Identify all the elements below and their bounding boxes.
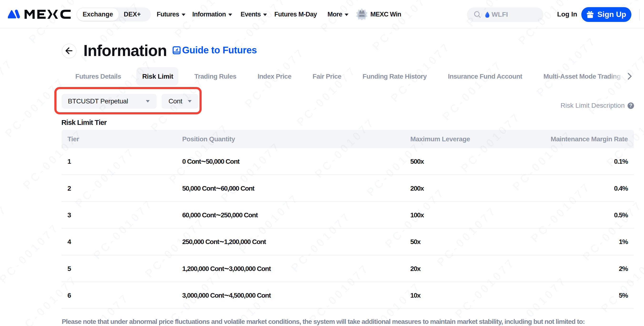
svg-text:WIN: WIN <box>359 14 364 17</box>
svg-text:M: M <box>360 10 364 15</box>
